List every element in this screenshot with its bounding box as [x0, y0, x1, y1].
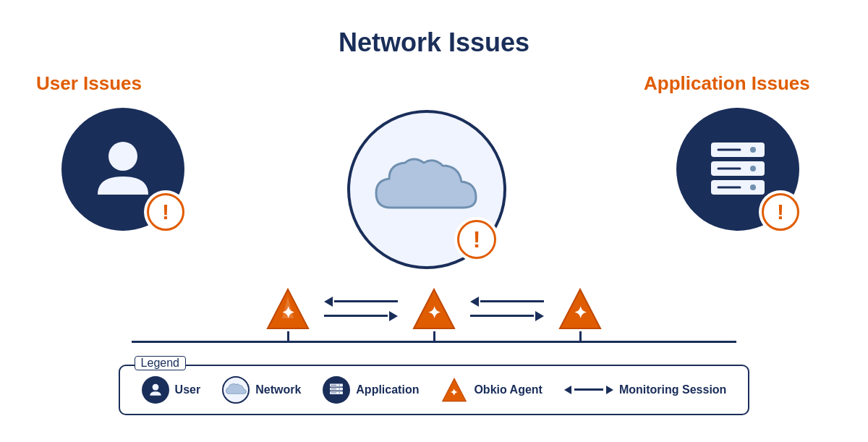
application-issues-title: Application Issues — [644, 72, 810, 95]
network-section: ! — [210, 72, 644, 269]
application-section: Application Issues — [644, 72, 832, 231]
cloud-svg-icon — [369, 150, 485, 229]
svg-point-20 — [339, 384, 341, 386]
application-warning-bg: ! — [759, 190, 802, 234]
agent-left-icon: ✦ — [265, 286, 311, 331]
legend-session: Monitoring Session — [564, 383, 726, 396]
agent-right-icon: ✦ — [557, 286, 603, 331]
left-arrows — [324, 297, 398, 333]
agent-mid-icon: ✦ — [411, 286, 457, 331]
agent-middle: ✦ — [411, 286, 457, 343]
legend-title: Legend — [135, 356, 186, 370]
user-warning-bg: ! — [144, 190, 187, 234]
legend-network-label: Network — [255, 383, 301, 396]
arrow-left-top2 — [470, 297, 479, 307]
legend-application-label: Application — [356, 383, 419, 396]
arrow-left-top — [324, 297, 333, 307]
legend-application: Application — [323, 376, 419, 404]
network-warning-bg: ! — [454, 217, 499, 262]
svg-point-23 — [339, 388, 341, 389]
legend-box: Legend User Network — [119, 365, 750, 415]
svg-text:✦: ✦ — [574, 304, 587, 322]
legend-session-label: Monitoring Session — [619, 383, 726, 396]
legend-agent-label: Obkio Agent — [474, 383, 542, 396]
network-warning-badge: ! — [457, 220, 496, 259]
h-connecting-line — [132, 341, 736, 343]
agent-right: ✦ — [557, 286, 603, 343]
legend-application-icon — [323, 376, 350, 404]
user-section: User Issues ! — [36, 72, 210, 231]
svg-point-0 — [109, 142, 137, 171]
main-container: Network Issues User Issues — [36, 27, 832, 415]
application-exclaim: ! — [777, 201, 784, 223]
user-warning-badge: ! — [147, 193, 184, 231]
legend-user-icon — [142, 376, 169, 404]
application-warning-badge: ! — [762, 193, 799, 231]
svg-point-17 — [152, 383, 158, 390]
arrow-right-bottom2 — [535, 311, 544, 321]
user-svg-icon — [87, 133, 159, 205]
legend-agent-icon: ✦ — [441, 377, 468, 403]
agent-left: ✦ — [265, 286, 311, 343]
right-arrows — [470, 297, 544, 333]
application-icon-container: ! — [676, 108, 799, 231]
user-issues-title: User Issues — [36, 72, 142, 95]
svg-text:✦: ✦ — [281, 304, 294, 322]
svg-text:✦: ✦ — [451, 386, 459, 397]
svg-text:✦: ✦ — [427, 304, 441, 322]
user-icon-container: ! — [61, 108, 184, 231]
legend-network-icon — [222, 376, 250, 404]
svg-point-6 — [750, 166, 756, 171]
svg-point-3 — [750, 147, 756, 153]
svg-point-26 — [339, 392, 341, 394]
legend-user: User — [142, 376, 201, 404]
diagram-area: User Issues ! — [36, 72, 832, 269]
svg-point-9 — [750, 184, 756, 190]
arrow-right-bottom — [389, 311, 398, 321]
network-exclaim: ! — [473, 228, 481, 251]
legend-user-label: User — [175, 383, 201, 396]
page-title: Network Issues — [339, 27, 529, 58]
user-exclaim: ! — [162, 201, 169, 223]
network-icon-container: ! — [347, 110, 506, 269]
legend-agent: ✦ Obkio Agent — [441, 377, 542, 403]
agent-row: ✦ ✦ — [109, 286, 760, 343]
legend-network: Network — [222, 376, 301, 404]
